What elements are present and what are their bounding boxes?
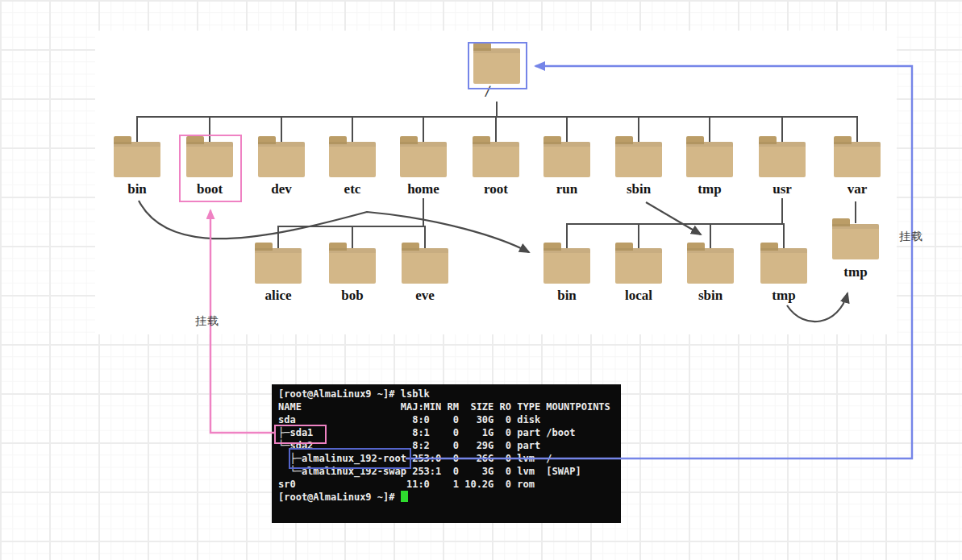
folder-label-home: home (391, 181, 456, 197)
root-highlight-box (468, 42, 527, 89)
folder-label-usr-tmp: tmp (752, 288, 816, 304)
folder-label-usr-sbin: sbin (678, 288, 743, 304)
boot-highlight-box (179, 135, 242, 202)
terminal-prompt-text: [root@AlmaLinux9 ~]# (278, 492, 401, 503)
folder-label-root: root (464, 181, 528, 197)
folder-label-sbin: sbin (606, 181, 671, 197)
root-lv-highlight-box (289, 448, 411, 469)
folder-icon-var (834, 142, 881, 177)
terminal-line-header: NAME MAJ:MIN RM SIZE RO TYPE MOUNTPOINTS (278, 400, 610, 413)
folder-icon-bin (114, 142, 160, 177)
folder-label-bin: bin (105, 181, 169, 197)
folder-icon-run (543, 142, 590, 177)
folder-label-etc: etc (320, 181, 385, 197)
folder-label-var: var (825, 181, 889, 197)
folder-label-eve: eve (393, 288, 457, 304)
folder-icon-sbin (615, 142, 662, 177)
mount-label-boot: 挂载 (195, 314, 219, 329)
folder-icon-home (400, 142, 447, 177)
folder-icon-var-tmp (832, 224, 879, 259)
folder-icon-alice (255, 248, 302, 284)
folder-label-var-tmp: tmp (823, 264, 888, 280)
terminal-line-sr0: sr0 11:0 1 10.2G 0 rom (278, 478, 535, 491)
folder-icon-etc (329, 142, 376, 177)
mount-label-root: 挂载 (899, 230, 923, 244)
folder-label-run: run (535, 181, 599, 197)
terminal-line-command: [root@AlmaLinux9 ~]# lsblk (278, 388, 430, 400)
diagram-canvas: / bin boot dev etc home root run sbin tm… (0, 0, 962, 560)
terminal-cursor (401, 491, 408, 502)
folder-icon-usr-tmp (760, 248, 807, 284)
folder-icon-root (473, 142, 519, 177)
folder-icon-usr (759, 142, 806, 177)
folder-icon-usr-local (615, 248, 662, 284)
sda1-highlight-box (274, 425, 327, 444)
folder-icon-usr-sbin (687, 248, 734, 284)
folder-icon-usr-bin (543, 248, 590, 284)
folder-icon-dev (258, 142, 305, 177)
folder-label-usr-bin: bin (535, 288, 599, 304)
folder-icon-bob (329, 248, 376, 284)
folder-label-dev: dev (249, 181, 314, 197)
folder-icon-eve (402, 248, 448, 284)
folder-label-alice: alice (246, 288, 310, 304)
folder-label-bob: bob (320, 288, 385, 304)
folder-icon-tmp (686, 142, 733, 177)
folder-label-tmp: tmp (677, 181, 742, 197)
folder-label-usr-local: local (606, 288, 671, 304)
folder-label-usr: usr (750, 181, 814, 197)
terminal-line-prompt: [root@AlmaLinux9 ~]# (278, 491, 408, 504)
